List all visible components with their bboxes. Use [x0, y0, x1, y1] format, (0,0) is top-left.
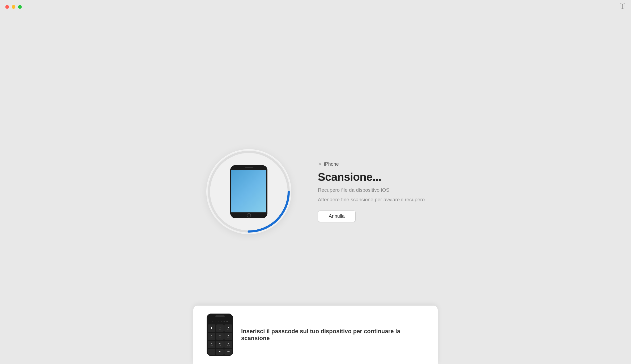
notch-bar [215, 315, 225, 317]
scan-description-2: Attendere fine scansione per avviare il … [318, 197, 425, 203]
iphone-screen [231, 170, 266, 212]
passcode-dot-5 [224, 321, 225, 322]
scan-inner: ✳ iPhone Scansione... Recupero file da d… [206, 149, 425, 234]
bottom-section: 1 2ABC 3DEF 4GHI 5JKL 6MNO 7PQRS 8TUV 9W… [0, 295, 631, 364]
iphone-top-bar [230, 165, 267, 170]
keypad-0: 0 [216, 349, 224, 355]
keypad-1: 1 [208, 324, 215, 332]
minimize-button[interactable] [12, 5, 15, 9]
keypad-6: 6MNO [224, 333, 232, 340]
passcode-card: 1 2ABC 3DEF 4GHI 5JKL 6MNO 7PQRS 8TUV 9W… [193, 306, 438, 364]
passcode-dots [212, 320, 228, 323]
iphone-passcode-screen: 1 2ABC 3DEF 4GHI 5JKL 6MNO 7PQRS 8TUV 9W… [207, 319, 233, 356]
keypad-5: 5JKL [216, 333, 224, 340]
scan-description-1: Recupero file da dispositivo iOS [318, 187, 425, 193]
iphone-body [230, 165, 267, 218]
passcode-dot-6 [227, 321, 228, 322]
keypad-4: 4GHI [208, 333, 215, 340]
close-button[interactable] [5, 5, 9, 9]
passcode-dot-1 [212, 321, 213, 322]
iphone-passcode-illustration: 1 2ABC 3DEF 4GHI 5JKL 6MNO 7PQRS 8TUV 9W… [207, 314, 233, 356]
info-section: ✳ iPhone Scansione... Recupero file da d… [318, 161, 425, 222]
passcode-dot-3 [218, 321, 219, 322]
iphone-bottom-bar [230, 212, 267, 218]
scan-title: Scansione... [318, 171, 425, 183]
book-icon[interactable] [619, 3, 626, 11]
keypad-8: 8TUV [216, 341, 224, 348]
keypad-9: 9WXYZ [224, 341, 232, 348]
iphone-speaker [245, 167, 253, 168]
traffic-lights [5, 5, 22, 9]
cancel-button[interactable]: Annulla [318, 211, 356, 222]
device-name: iPhone [324, 161, 339, 167]
iphone-notch [207, 314, 233, 319]
keypad-7: 7PQRS [208, 341, 215, 348]
passcode-dot-2 [215, 321, 216, 322]
passcode-message: Inserisci il passcode sul tuo dispositiv… [241, 328, 424, 342]
maximize-button[interactable] [18, 5, 22, 9]
keypad: 1 2ABC 3DEF 4GHI 5JKL 6MNO 7PQRS 8TUV 9W… [208, 324, 232, 355]
passcode-dot-4 [221, 321, 222, 322]
keypad-2: 2ABC [216, 324, 224, 332]
spinner-icon: ✳ [318, 161, 322, 167]
iphone-illustration [230, 165, 267, 218]
keypad-3: 3DEF [224, 324, 232, 332]
circle-container [206, 149, 291, 234]
keypad-delete: ⌫ [224, 349, 232, 355]
device-label: ✳ iPhone [318, 161, 425, 167]
iphone-home-button [247, 213, 251, 217]
keypad-empty [208, 349, 215, 355]
titlebar [0, 0, 631, 14]
